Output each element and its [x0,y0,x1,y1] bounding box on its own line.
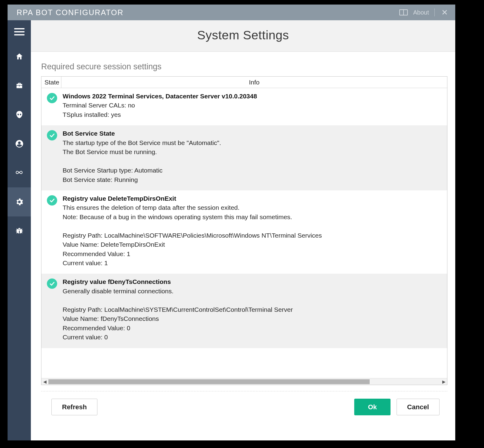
row-state [41,277,63,342]
row-line: The Bot Service must be running. [63,147,443,156]
titlebar-right: About ✕ [399,8,449,17]
row-line: Registry Path: LocalMachine\SOFTWARE\Pol… [63,231,443,240]
check-ok-icon [47,195,57,206]
sidebar-item-briefcase[interactable] [8,71,31,100]
row-state [41,194,63,268]
row-info: Registry value DeleteTempDirsOnExitThis … [63,194,447,268]
row-line: Note: Because of a bug in the windows op… [63,212,443,222]
sidebar-item-home[interactable] [8,42,31,71]
table-row[interactable]: Registry value fDenyTsConnectionsGeneral… [41,274,447,348]
row-line: Registry Path: LocalMachine\SYSTEM\Curre… [63,305,443,314]
briefcase-icon [15,81,24,90]
table-row[interactable]: Windows 2022 Terminal Services, Datacent… [41,88,447,125]
scroll-track[interactable] [48,379,440,384]
cancel-button[interactable]: Cancel [397,399,440,415]
sidebar-item-bug[interactable] [8,216,31,245]
check-ok-icon [47,130,57,140]
bug-icon [15,226,24,236]
row-line: Bot Service Startup type: Automatic [63,166,443,175]
scroll-left-arrow-icon[interactable]: ◀ [41,379,48,384]
row-info: Windows 2022 Terminal Services, Datacent… [63,92,447,119]
horizontal-scrollbar[interactable]: ◀ ▶ [41,378,447,385]
table-row[interactable]: Bot Service StateThe startup type of the… [41,125,447,190]
content-area: Required secure session settings State I… [31,52,455,440]
row-line: Generally disable terminal connections. [63,287,443,296]
row-line [63,157,443,166]
table-row[interactable]: Registry value DeleteTempDirsOnExitThis … [41,190,447,274]
home-icon [15,52,24,61]
column-header-info[interactable]: Info [61,79,447,86]
row-line [63,222,443,231]
app-window: RPA BOT CONFIGURATOR About ✕ [8,5,455,440]
help-book-icon[interactable] [399,9,408,15]
sidebar [8,20,31,440]
row-line: The startup type of the Bot Service must… [63,138,443,147]
app-title: RPA BOT CONFIGURATOR [17,8,123,17]
scroll-right-arrow-icon[interactable]: ▶ [440,379,447,384]
footer-bar: Refresh Ok Cancel [41,391,447,424]
sidebar-item-alien[interactable] [8,100,31,129]
user-circle-icon [15,139,24,148]
gear-icon [15,197,24,206]
row-line: TSplus installed: yes [63,110,443,119]
sidebar-item-infinity[interactable] [8,158,31,187]
row-line: Value Name: DeleteTempDirsOnExit [63,240,443,249]
row-info: Registry value fDenyTsConnectionsGeneral… [63,277,447,342]
row-title: Bot Service State [63,129,443,138]
row-line: Value Name: fDenyTsConnections [63,314,443,323]
row-line: Terminal Server CALs: no [63,101,443,110]
row-state [41,129,63,184]
row-info: Bot Service StateThe startup type of the… [63,129,447,184]
settings-table: State Info Windows 2022 Terminal Service… [41,76,447,385]
close-icon[interactable]: ✕ [440,8,449,17]
row-line: Recommended Value: 1 [63,249,443,259]
row-title: Windows 2022 Terminal Services, Datacent… [63,92,443,101]
titlebar-divider [434,8,435,16]
row-line [63,296,443,305]
alien-icon [15,110,24,119]
check-ok-icon [47,278,57,289]
page-header: System Settings [31,20,455,52]
main-panel: System Settings Required secure session … [31,20,455,440]
about-link[interactable]: About [413,9,429,16]
row-line: Current value: 0 [63,333,443,342]
section-title: Required secure session settings [41,62,447,71]
sidebar-item-user[interactable] [8,129,31,158]
row-title: Registry value DeleteTempDirsOnExit [63,194,443,203]
menu-icon[interactable] [14,28,25,35]
refresh-button[interactable]: Refresh [51,399,97,415]
row-title: Registry value fDenyTsConnections [63,277,443,286]
scroll-thumb[interactable] [48,379,370,384]
table-body[interactable]: Windows 2022 Terminal Services, Datacent… [41,88,447,378]
row-line: Recommended Value: 0 [63,324,443,333]
row-line: This ensures the deletion of temp data a… [63,203,443,212]
table-header: State Info [41,77,447,88]
check-ok-icon [47,93,57,103]
sidebar-item-settings[interactable] [8,187,31,216]
row-line: Current value: 1 [63,259,443,268]
row-line: Bot Service state: Running [63,175,443,184]
infinity-icon [14,170,25,176]
titlebar: RPA BOT CONFIGURATOR About ✕ [8,5,455,20]
row-state [41,92,63,119]
column-header-state[interactable]: State [41,77,61,88]
page-title: System Settings [197,28,289,42]
ok-button[interactable]: Ok [354,399,390,415]
